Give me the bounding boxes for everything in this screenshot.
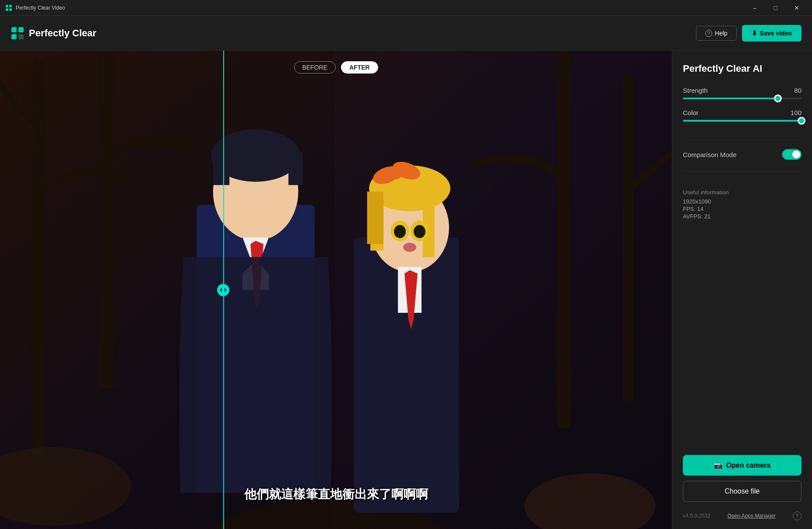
logo-area: Perfectly Clear bbox=[11, 26, 96, 40]
divider-2 bbox=[683, 171, 801, 172]
info-fps: FPS: 14 bbox=[683, 206, 801, 212]
logo-text: Perfectly Clear bbox=[29, 28, 96, 39]
choose-file-label: Choose file bbox=[724, 487, 759, 495]
svg-rect-6 bbox=[11, 34, 17, 39]
camera-icon: 📷 bbox=[714, 461, 723, 469]
after-label[interactable]: AFTER bbox=[341, 61, 378, 74]
logo-icon bbox=[11, 26, 25, 40]
toggle-knob bbox=[792, 151, 800, 158]
svg-rect-21 bbox=[288, 152, 303, 185]
split-handle[interactable] bbox=[217, 284, 229, 296]
color-slider-row: Color 100 bbox=[683, 109, 801, 122]
version-text: v4.5.0.2532 bbox=[683, 513, 710, 519]
color-slider-track[interactable] bbox=[683, 120, 801, 122]
minimize-button[interactable]: – bbox=[745, 0, 765, 16]
panel-title: Perfectly Clear AI bbox=[683, 63, 801, 74]
svg-marker-42 bbox=[220, 288, 222, 292]
header-buttons: ? Help ⬇ Save video bbox=[696, 25, 801, 42]
main-content: BEFORE AFTER bbox=[0, 51, 812, 529]
svg-rect-31 bbox=[367, 192, 383, 244]
color-fill bbox=[683, 120, 801, 122]
info-title: Useful information bbox=[683, 189, 801, 196]
title-bar: Perfectly Clear Video – □ ✕ bbox=[0, 0, 812, 16]
strength-slider-row: Strength 80 bbox=[683, 87, 801, 99]
maximize-button[interactable]: □ bbox=[766, 0, 786, 16]
video-area: BEFORE AFTER bbox=[0, 51, 672, 529]
subtitle: 他們就這樣筆直地衝出來了啊啊啊 bbox=[244, 486, 428, 503]
color-label: Color bbox=[683, 109, 699, 116]
right-panel: Perfectly Clear AI Strength 80 Color 100 bbox=[672, 51, 812, 529]
svg-rect-1 bbox=[9, 5, 12, 7]
comparison-labels: BEFORE AFTER bbox=[294, 61, 378, 74]
svg-point-34 bbox=[391, 168, 402, 179]
svg-rect-2 bbox=[6, 8, 8, 11]
save-video-button[interactable]: ⬇ Save video bbox=[742, 25, 801, 42]
window-controls: – □ ✕ bbox=[745, 0, 807, 16]
open-camera-label: Open camera bbox=[726, 462, 770, 469]
title-bar-left: Perfectly Clear Video bbox=[5, 4, 65, 11]
color-label-row: Color 100 bbox=[683, 109, 801, 116]
svg-rect-13 bbox=[623, 74, 633, 401]
bottom-buttons: 📷 Open camera Choose file v4.5.0.2532 Op… bbox=[683, 455, 801, 520]
color-thumb[interactable] bbox=[798, 117, 805, 125]
help-circle-icon: ? bbox=[705, 30, 712, 37]
info-section: Useful information 1920x1090 FPS: 14 AVF… bbox=[683, 189, 801, 221]
svg-marker-43 bbox=[225, 288, 227, 292]
info-resolution: 1920x1090 bbox=[683, 198, 801, 205]
close-button[interactable]: ✕ bbox=[787, 0, 807, 16]
footer-help-icon[interactable]: ? bbox=[793, 511, 801, 520]
svg-rect-5 bbox=[18, 27, 24, 32]
before-label[interactable]: BEFORE bbox=[294, 61, 336, 74]
open-camera-button[interactable]: 📷 Open camera bbox=[683, 455, 801, 476]
save-label: Save video bbox=[760, 30, 792, 37]
strength-fill bbox=[683, 98, 778, 99]
video-frame: 他們就這樣筆直地衝出來了啊啊啊 bbox=[0, 51, 672, 529]
footer-row: v4.5.0.2532 Open Apps Manager ? bbox=[683, 511, 801, 520]
svg-rect-12 bbox=[557, 51, 570, 427]
svg-rect-4 bbox=[11, 27, 17, 32]
color-value: 100 bbox=[791, 109, 801, 116]
help-button[interactable]: ? Help bbox=[696, 26, 737, 41]
strength-value: 80 bbox=[794, 87, 801, 94]
svg-rect-0 bbox=[6, 5, 8, 7]
comparison-mode-row: Comparison Mode bbox=[683, 149, 801, 160]
svg-rect-7 bbox=[18, 34, 24, 39]
download-icon: ⬇ bbox=[752, 29, 757, 37]
app-header: Perfectly Clear ? Help ⬇ Save video bbox=[0, 16, 812, 51]
divider-1 bbox=[683, 140, 801, 140]
comparison-mode-toggle[interactable] bbox=[782, 149, 801, 160]
strength-label: Strength bbox=[683, 87, 708, 94]
comparison-mode-label: Comparison Mode bbox=[683, 151, 737, 158]
svg-point-37 bbox=[394, 225, 406, 238]
strength-thumb[interactable] bbox=[774, 95, 782, 102]
strength-label-row: Strength 80 bbox=[683, 87, 801, 94]
svg-rect-3 bbox=[9, 8, 12, 11]
apps-manager-link[interactable]: Open Apps Manager bbox=[728, 513, 776, 519]
info-avfps: AVFPS: 21 bbox=[683, 213, 801, 220]
svg-point-39 bbox=[403, 243, 416, 252]
svg-rect-11 bbox=[98, 51, 113, 388]
svg-rect-20 bbox=[213, 152, 229, 185]
app-icon bbox=[5, 4, 12, 11]
svg-rect-30 bbox=[423, 185, 435, 257]
title-bar-text: Perfectly Clear Video bbox=[16, 5, 65, 11]
choose-file-button[interactable]: Choose file bbox=[683, 481, 801, 502]
svg-point-38 bbox=[414, 225, 425, 238]
help-label: Help bbox=[715, 30, 728, 37]
strength-slider-track[interactable] bbox=[683, 98, 801, 99]
background-scene bbox=[0, 51, 672, 529]
